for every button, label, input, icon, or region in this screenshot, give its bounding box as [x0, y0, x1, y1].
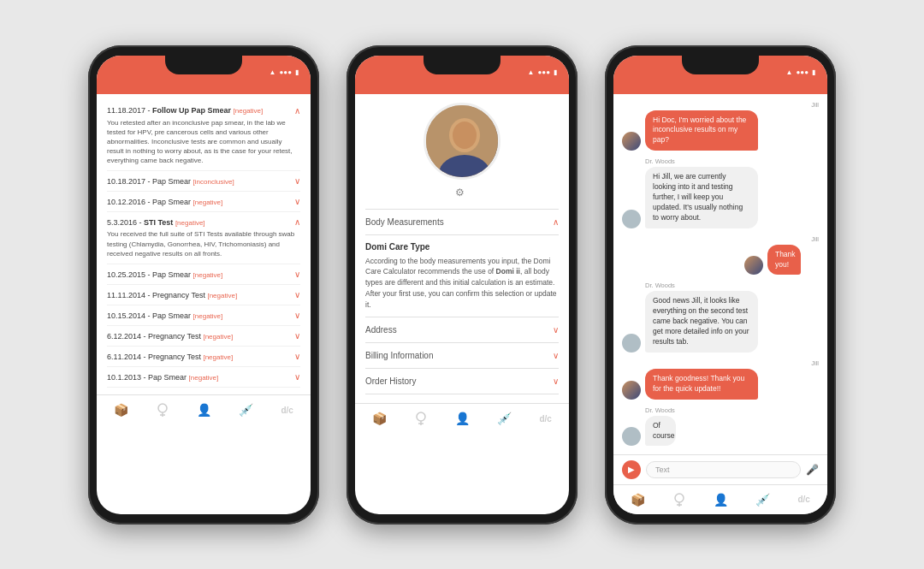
ratio-icon[interactable]: d/c [539, 414, 551, 424]
chat-avatar [622, 210, 641, 228]
bottom-nav-1: 📦👤💉d/c [97, 394, 311, 424]
health-icon[interactable] [414, 411, 428, 426]
health-list-item[interactable]: 6.11.2014 - Pregnancy Test [negative] ∨ [107, 347, 300, 367]
chat-input-bar[interactable]: ▶ Text 🎤 [613, 454, 827, 484]
chat-sender-name: Jill [767, 235, 819, 243]
medical-icon[interactable]: 💉 [239, 403, 253, 417]
accordion-header[interactable]: Order History ∨ [365, 369, 559, 394]
accordion-item[interactable]: Order History ∨ [365, 369, 559, 394]
user-name-row: ⚙ [455, 187, 470, 199]
chat-avatar [744, 256, 763, 275]
chat-input[interactable]: Text [646, 461, 801, 478]
chevron-down-icon[interactable]: ∨ [553, 325, 559, 335]
app-header-2 [355, 80, 569, 94]
profile-icon[interactable]: 👤 [197, 403, 211, 417]
accordion-item[interactable]: Body Measurements ∧ Domi Care Type Accor… [365, 210, 559, 318]
svg-point-6 [453, 122, 477, 149]
phone-chat: ▲ ●●● ▮ JillHi Doc, I'm worried about th… [605, 45, 836, 525]
chevron-up-icon[interactable]: ∧ [294, 217, 300, 227]
chat-message-row: JillThank goodness! Thank you for the qu… [622, 359, 819, 400]
ratio-icon[interactable]: d/c [797, 495, 809, 504]
chat-message-row: Dr. WoodsHi Jill, we are currently looki… [622, 157, 819, 228]
avatar [424, 103, 500, 180]
ratio-icon[interactable]: d/c [281, 406, 293, 415]
chat-message-row: Dr. WoodsOf course [622, 406, 819, 447]
bottom-nav-2: 📦👤💉d/c [355, 403, 569, 433]
chat-send-button[interactable]: ▶ [622, 460, 641, 479]
notch-3 [682, 56, 759, 74]
chevron-up-icon[interactable]: ∧ [294, 106, 300, 116]
chevron-down-icon[interactable]: ∨ [294, 176, 300, 186]
chevron-down-icon[interactable]: ∨ [294, 331, 300, 341]
chevron-down-icon[interactable]: ∨ [294, 290, 300, 299]
accordion-section[interactable]: Body Measurements ∧ Domi Care Type Accor… [365, 209, 559, 395]
chat-sender-name: Jill [645, 101, 819, 109]
status-icons-1: ▲ ●●● ▮ [270, 68, 299, 76]
phone-health-history: ▲ ●●● ▮ 11.18.2017 - Follow Up Pap Smear… [88, 45, 319, 525]
status-icons-2: ▲ ●●● ▮ [528, 68, 557, 76]
gear-icon[interactable]: ⚙ [455, 187, 465, 199]
health-icon[interactable] [672, 492, 686, 507]
medical-icon[interactable]: 💉 [497, 412, 512, 425]
health-list-item[interactable]: 5.3.2016 - STI Test [negative] ∧ You rec… [107, 212, 300, 264]
accordion-title: Body Measurements [365, 217, 444, 227]
microphone-icon[interactable]: 🎤 [806, 464, 819, 476]
accordion-header[interactable]: Body Measurements ∧ [365, 210, 559, 235]
chat-message-row: Dr. WoodsGood news Jill, it looks like e… [622, 282, 819, 352]
signal-icon-1: ●●● [280, 68, 293, 76]
chevron-up-icon[interactable]: ∧ [553, 217, 559, 227]
health-list-item[interactable]: 10.12.2016 - Pap Smear [negative] ∨ [107, 192, 300, 212]
chat-sender-name: Dr. Woods [645, 406, 692, 414]
accordion-title: Billing Information [365, 351, 433, 360]
box-icon[interactable]: 📦 [114, 403, 128, 417]
chat-sender-name: Jill [645, 359, 819, 367]
health-icon[interactable] [156, 402, 169, 418]
chevron-down-icon[interactable]: ∨ [294, 372, 300, 382]
chevron-down-icon[interactable]: ∨ [553, 376, 559, 386]
box-icon[interactable]: 📦 [372, 412, 387, 425]
health-list-item[interactable]: 6.12.2014 - Pregnancy Test [negative] ∨ [107, 326, 300, 347]
chat-avatar [622, 132, 641, 151]
box-icon[interactable]: 📦 [631, 493, 645, 507]
medical-icon[interactable]: 💉 [755, 493, 770, 507]
health-list-item[interactable]: 10.1.2013 - Pap Smear [negative] ∨ [107, 367, 300, 388]
status-icons-3: ▲ ●●● ▮ [786, 68, 815, 76]
phone-screen-3: ▲ ●●● ▮ JillHi Doc, I'm worried about th… [613, 56, 827, 514]
health-list-item[interactable]: 11.18.2017 - Follow Up Pap Smear [negati… [107, 101, 300, 172]
account-content: ⚙ Body Measurements ∧ Domi Care Type Acc… [355, 94, 569, 404]
chat-bubble: Hi Jill, we are currently looking into i… [645, 167, 758, 228]
profile-icon[interactable]: 👤 [714, 493, 728, 507]
notch-2 [424, 56, 500, 74]
accordion-title: Address [365, 325, 397, 335]
health-list[interactable]: 11.18.2017 - Follow Up Pap Smear [negati… [97, 94, 311, 395]
accordion-item[interactable]: Address ∨ [365, 317, 559, 343]
health-list-item[interactable]: 10.15.2014 - Pap Smear [negative] ∨ [107, 305, 300, 326]
svg-point-0 [158, 404, 167, 412]
chat-avatar [622, 381, 641, 400]
chat-sender-name: Dr. Woods [645, 282, 819, 289]
accordion-title: Order History [365, 376, 416, 386]
accordion-header[interactable]: Address ∨ [365, 317, 559, 343]
notch-1 [165, 56, 242, 74]
signal-icon-3: ●●● [797, 68, 809, 76]
chat-bubble: Thank goodness! Thank you for the quick … [645, 369, 758, 400]
chat-message-row: JillThank you! [622, 235, 819, 276]
health-list-item[interactable]: 10.25.2015 - Pap Smear [negative] ∨ [107, 264, 300, 285]
chat-avatar [622, 427, 641, 446]
chat-bubble: Thank you! [767, 245, 801, 276]
chevron-down-icon[interactable]: ∨ [294, 352, 300, 361]
chevron-down-icon[interactable]: ∨ [294, 311, 300, 320]
accordion-body: Domi Care Type According to the body mea… [365, 235, 559, 318]
accordion-header[interactable]: Billing Information ∨ [365, 343, 559, 369]
phone-account: ▲ ●●● ▮ ⚙ [346, 45, 578, 525]
profile-icon[interactable]: 👤 [455, 412, 470, 425]
svg-point-10 [675, 494, 684, 502]
chevron-down-icon[interactable]: ∨ [294, 197, 300, 206]
accordion-item[interactable]: Billing Information ∨ [365, 343, 559, 369]
wifi-icon-3: ▲ [786, 68, 793, 76]
chevron-down-icon[interactable]: ∨ [553, 351, 559, 360]
chat-messages: JillHi Doc, I'm worried about the inconc… [613, 94, 827, 454]
health-list-item[interactable]: 10.18.2017 - Pap Smear [inconclusive] ∨ [107, 171, 300, 192]
chevron-down-icon[interactable]: ∨ [294, 270, 300, 279]
health-list-item[interactable]: 11.11.2014 - Pregnancy Test [negative] ∨ [107, 285, 300, 305]
